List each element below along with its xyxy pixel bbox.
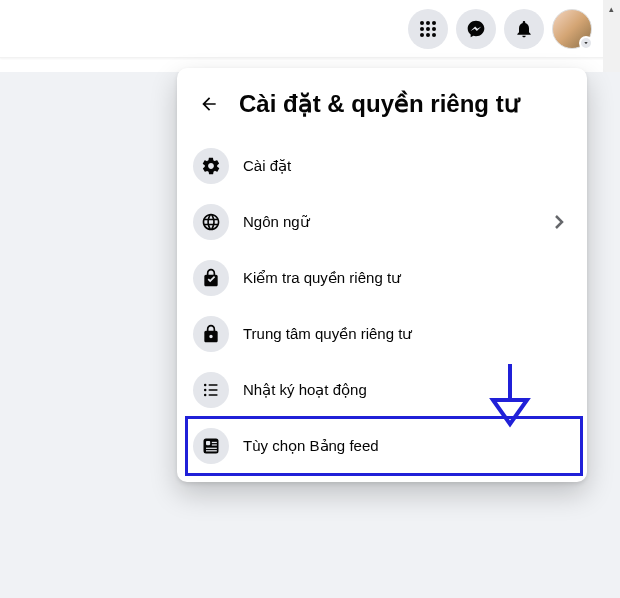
svg-point-3: [420, 27, 424, 31]
svg-point-6: [420, 33, 424, 37]
chevron-down-icon: [582, 39, 590, 47]
arrow-left-icon: [199, 94, 219, 114]
menu-label-settings: Cài đặt: [243, 157, 571, 175]
svg-point-8: [432, 33, 436, 37]
menu-label-activity-log: Nhật ký hoạt động: [243, 381, 571, 399]
svg-point-0: [420, 21, 424, 25]
notifications-button[interactable]: [504, 9, 544, 49]
svg-point-9: [204, 384, 207, 387]
menu-item-activity-log[interactable]: Nhật ký hoạt động: [185, 362, 579, 418]
svg-rect-18: [212, 444, 217, 445]
svg-point-1: [426, 21, 430, 25]
top-navbar: [0, 0, 620, 58]
dropdown-header: Cài đặt & quyền riêng tư: [185, 78, 579, 138]
menu-item-privacy-checkup[interactable]: Kiểm tra quyền riêng tư: [185, 250, 579, 306]
menu-item-feed-preferences[interactable]: Tùy chọn Bảng feed: [185, 418, 579, 474]
messenger-icon: [466, 19, 486, 39]
avatar-chevron-badge: [579, 36, 593, 50]
svg-rect-20: [206, 450, 217, 451]
lock-check-icon: [193, 260, 229, 296]
svg-rect-19: [206, 448, 217, 449]
grid-icon: [418, 19, 438, 39]
svg-rect-17: [212, 442, 217, 443]
settings-dropdown-panel: Cài đặt & quyền riêng tư Cài đặt Ngôn ng…: [177, 68, 587, 482]
profile-avatar[interactable]: [552, 9, 592, 49]
svg-point-7: [426, 33, 430, 37]
globe-icon: [193, 204, 229, 240]
back-button[interactable]: [193, 88, 225, 120]
list-icon: [193, 372, 229, 408]
svg-point-4: [426, 27, 430, 31]
menu-label-feed-preferences: Tùy chọn Bảng feed: [243, 437, 571, 455]
lock-icon: [193, 316, 229, 352]
dropdown-title: Cài đặt & quyền riêng tư: [239, 90, 519, 118]
bell-icon: [514, 19, 534, 39]
feed-icon: [193, 428, 229, 464]
svg-rect-16: [206, 441, 210, 445]
svg-rect-14: [209, 394, 218, 396]
svg-rect-10: [209, 384, 218, 386]
menu-item-privacy-center[interactable]: Trung tâm quyền riêng tư: [185, 306, 579, 362]
menu-item-language[interactable]: Ngôn ngữ: [185, 194, 579, 250]
svg-point-5: [432, 27, 436, 31]
svg-point-11: [204, 389, 207, 392]
scrollbar-up-button[interactable]: ▴: [603, 0, 620, 17]
menu-label-privacy-center: Trung tâm quyền riêng tư: [243, 325, 571, 343]
menu-label-language: Ngôn ngữ: [243, 213, 533, 231]
chevron-right-icon: [547, 210, 571, 234]
messenger-button[interactable]: [456, 9, 496, 49]
svg-point-13: [204, 394, 207, 397]
menu-label-privacy-checkup: Kiểm tra quyền riêng tư: [243, 269, 571, 287]
menu-item-settings[interactable]: Cài đặt: [185, 138, 579, 194]
svg-rect-12: [209, 389, 218, 391]
svg-point-2: [432, 21, 436, 25]
gear-icon: [193, 148, 229, 184]
menu-grid-button[interactable]: [408, 9, 448, 49]
